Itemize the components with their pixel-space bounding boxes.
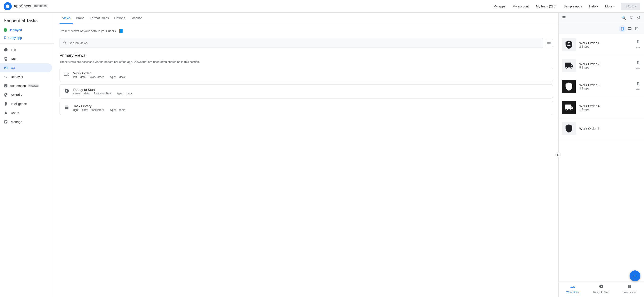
work-order-item-3[interactable]: Work Order 3 3 Steps 🗑 ✏ <box>558 76 644 97</box>
copy-app-button[interactable]: ⧉ Copy app <box>0 34 54 41</box>
nav-my-team[interactable]: My team (225) <box>533 3 559 10</box>
app-title: Sequential Tasks <box>0 16 54 27</box>
work-order-2-actions: 🗑 ✏ <box>636 60 640 71</box>
ready-to-start-card-info: Ready to Start center data: Ready to Sta… <box>73 88 548 95</box>
nav-links: My apps My account My team (225) Sample … <box>491 3 618 10</box>
ux-icon <box>4 66 8 70</box>
sidebar-item-info[interactable]: Info <box>0 45 52 54</box>
sidebar-item-users[interactable]: Users <box>0 108 52 117</box>
work-order-item-4[interactable]: Work Order 4 1 Steps <box>558 97 644 118</box>
mobile-nav-task-library[interactable]: Task Library <box>616 283 644 295</box>
logo-text: AppSheet <box>14 4 31 8</box>
search-bar <box>60 38 543 48</box>
view-card-ready-to-start[interactable]: Ready to Start center data: Ready to Sta… <box>60 84 553 98</box>
work-order-3-edit-button[interactable]: ✏ <box>636 87 640 92</box>
sidebar-item-security[interactable]: Security <box>0 90 52 99</box>
sidebar-item-intelligence[interactable]: Intelligence <box>0 99 52 108</box>
work-order-4-image <box>562 101 576 114</box>
device-toolbar <box>558 23 644 34</box>
security-icon <box>4 93 8 97</box>
task-library-view-icon <box>64 105 70 111</box>
mobile-nav-ready-icon <box>599 284 604 290</box>
mobile-nav-ready-to-start[interactable]: Ready to Start <box>587 283 615 295</box>
copy-icon: ⧉ <box>4 35 6 40</box>
primary-views-subtitle: These views are accessed via the bottom … <box>60 60 553 64</box>
main-layout: Sequential Tasks Deployed ⧉ Copy app Inf… <box>0 13 644 297</box>
work-order-item-1[interactable]: Work Order 1 2 Steps 🗑 ✏ <box>558 34 644 55</box>
behavior-icon <box>4 75 8 79</box>
deployed-status[interactable]: Deployed <box>0 27 54 33</box>
automation-icon <box>4 84 8 88</box>
sidebar-item-automation[interactable]: Automation PREVIEW <box>0 81 52 90</box>
mobile-nav-task-icon <box>628 284 632 290</box>
view-card-task-library[interactable]: Task Library right data: tasklibrary typ… <box>60 101 553 115</box>
nav-more[interactable]: More ▾ <box>602 3 618 10</box>
save-button[interactable]: SAVE ▾ <box>621 3 640 10</box>
left-sidebar: Sequential Tasks Deployed ⧉ Copy app Inf… <box>0 13 54 297</box>
work-order-3-delete-button[interactable]: 🗑 <box>636 81 640 86</box>
work-order-item-5[interactable]: Work Order 5 <box>558 118 644 139</box>
ready-to-start-view-icon <box>64 88 70 94</box>
nav-sample-apps[interactable]: Sample apps <box>561 3 585 10</box>
deployed-icon <box>4 28 7 32</box>
preview-toolbar: ☰ 🔍 ☑ ↺ <box>558 13 644 23</box>
sidebar-item-ux[interactable]: UX <box>0 63 52 72</box>
preview-header-icons: ☰ <box>562 15 566 20</box>
preview-search-icon[interactable]: 🔍 <box>621 15 626 20</box>
tab-views[interactable]: Views <box>60 13 73 24</box>
info-icon <box>4 47 8 52</box>
nav-my-account[interactable]: My account <box>510 3 532 10</box>
work-order-1-delete-button[interactable]: 🗑 <box>636 39 640 44</box>
work-order-3-actions: 🗑 ✏ <box>636 81 640 92</box>
tab-format-rules[interactable]: Format Rules <box>87 13 112 24</box>
collapse-panel-button[interactable]: ▶ <box>556 152 561 158</box>
deployed-label: Deployed <box>8 28 22 32</box>
sidebar-item-data[interactable]: Data <box>0 54 52 63</box>
sidebar-divider <box>0 43 54 43</box>
add-fab-button[interactable]: + <box>630 271 640 281</box>
work-order-2-image <box>562 59 576 72</box>
mobile-bottom-nav: Work Order Ready to Start Task Library <box>558 281 644 297</box>
tab-brand[interactable]: Brand <box>73 13 87 24</box>
sidebar-item-manage[interactable]: Manage <box>0 117 52 126</box>
work-order-3-image <box>562 80 576 93</box>
tablet-view-button[interactable] <box>626 25 633 32</box>
sidebar-item-behavior[interactable]: Behavior <box>0 72 52 81</box>
preview-panel: ▶ ☰ 🔍 ☑ ↺ <box>558 13 644 297</box>
work-order-2-edit-button[interactable]: ✏ <box>636 66 640 71</box>
more-chevron-icon: ▾ <box>613 5 615 8</box>
work-order-card-info: Work Order left data: Work Order type: d… <box>73 71 548 79</box>
work-order-2-delete-button[interactable]: 🗑 <box>636 60 640 65</box>
tab-options[interactable]: Options <box>112 13 128 24</box>
manage-icon <box>4 120 8 124</box>
section-description: Present views of your data to your users… <box>60 29 553 33</box>
automation-preview-badge: PREVIEW <box>28 84 39 87</box>
work-order-view-icon <box>64 72 70 78</box>
filter-list-icon: ☰ <box>562 15 566 20</box>
task-library-card-info: Task Library right data: tasklibrary typ… <box>73 104 548 112</box>
work-order-1-edit-button[interactable]: ✏ <box>636 45 640 50</box>
search-input[interactable] <box>69 41 540 45</box>
nav-help[interactable]: Help ▾ <box>586 3 601 10</box>
users-icon <box>4 111 8 115</box>
grid-view-button[interactable] <box>545 39 553 47</box>
preview-refresh-icon[interactable]: ↺ <box>637 15 640 20</box>
logo-area: AppSheet BUSINESS <box>4 2 48 10</box>
preview-check-icon[interactable]: ☑ <box>630 15 634 20</box>
mobile-nav-work-order-icon <box>570 284 575 290</box>
work-order-item-2[interactable]: Work Order 2 5 Steps 🗑 ✏ <box>558 55 644 76</box>
external-view-button[interactable] <box>633 25 640 32</box>
book-icon: 📘 <box>118 29 124 33</box>
tab-localize[interactable]: Localize <box>128 13 145 24</box>
tabs-bar: Views Brand Format Rules Options Localiz… <box>54 13 558 24</box>
work-order-1-info: Work Order 1 2 Steps <box>579 41 636 48</box>
work-order-4-info: Work Order 4 1 Steps <box>579 104 640 111</box>
help-chevron-icon: ▾ <box>597 5 598 8</box>
mobile-nav-work-order[interactable]: Work Order <box>558 283 587 295</box>
top-nav: AppSheet BUSINESS My apps My account My … <box>0 0 644 13</box>
search-icon <box>63 40 67 45</box>
data-icon <box>4 56 8 61</box>
phone-view-button[interactable] <box>619 25 626 32</box>
nav-my-apps[interactable]: My apps <box>491 3 508 10</box>
view-card-work-order[interactable]: Work Order left data: Work Order type: d… <box>60 68 553 82</box>
